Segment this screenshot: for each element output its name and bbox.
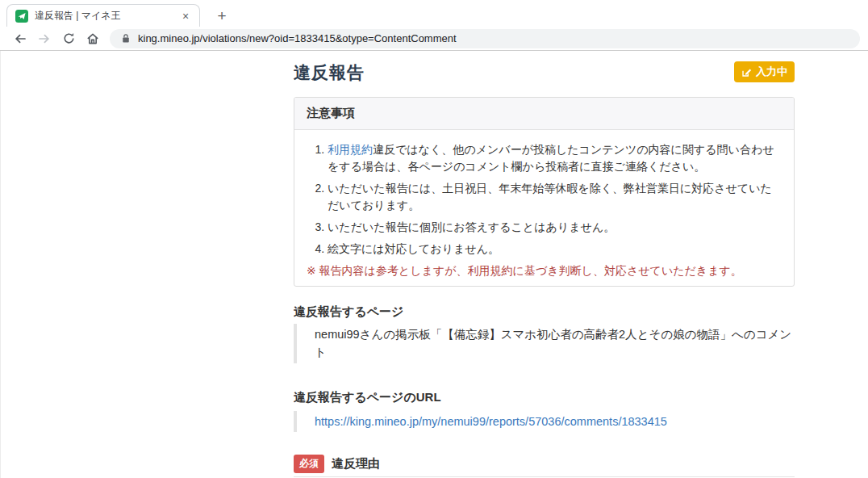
notice-panel: 注意事項 利用規約違反ではなく、他のメンバーが投稿したコンテンツの内容に関する問…: [294, 97, 795, 287]
report-url-value: https://king.mineo.jp/my/nemui99/reports…: [294, 411, 795, 432]
notice-item-4: 絵文字には対応しておりません。: [328, 241, 779, 258]
browser-tab[interactable]: 違反報告 | マイネ王 ×: [6, 4, 200, 27]
url-text: king.mineo.jp/violations/new?oid=1833415…: [138, 32, 457, 44]
notice-panel-body: 利用規約違反ではなく、他のメンバーが投稿したコンテンツの内容に関する問い合わせを…: [294, 130, 794, 287]
report-url-label: 違反報告するページのURL: [294, 390, 795, 405]
favicon-mineo-icon: [15, 10, 28, 23]
page-viewport: 違反報告 入力中 注意事項 利用規約違反ではなく、他のメンバーが投稿したコンテン…: [0, 51, 868, 478]
status-badge-label: 入力中: [756, 65, 787, 79]
status-badge: 入力中: [734, 61, 795, 82]
back-icon[interactable]: [8, 28, 32, 49]
notice-panel-title: 注意事項: [294, 98, 794, 130]
lock-icon[interactable]: [121, 33, 131, 44]
reason-section-header: 必須 違反理由: [294, 455, 795, 473]
reason-label: 違反理由: [332, 456, 380, 472]
page-header: 違反報告 入力中: [294, 61, 795, 84]
pencil-icon: [741, 67, 752, 78]
notice-item-1: 利用規約違反ではなく、他のメンバーが投稿したコンテンツの内容に関する問い合わせを…: [328, 141, 779, 175]
tab-strip: 違反報告 | マイネ王 × +: [0, 0, 868, 27]
notice-item-2: いただいた報告には、土日祝日、年末年始等休暇を除く、弊社営業日に対応させていただ…: [328, 180, 779, 214]
reason-box-top-border: [294, 476, 795, 477]
terms-link[interactable]: 利用規約: [328, 143, 373, 156]
forward-icon[interactable]: [32, 28, 56, 49]
tab-title: 違反報告 | マイネ王: [35, 9, 178, 23]
browser-toolbar: king.mineo.jp/violations/new?oid=1833415…: [0, 27, 868, 50]
report-page-label: 違反報告するページ: [294, 304, 795, 320]
home-icon[interactable]: [81, 28, 105, 49]
report-page-value: nemui99さんの掲示板「【備忘録】スマホ初心者の高齢者2人とその娘の物語」へ…: [294, 324, 795, 363]
report-url-link[interactable]: https://king.mineo.jp/my/nemui99/reports…: [315, 415, 667, 428]
url-bar[interactable]: king.mineo.jp/violations/new?oid=1833415…: [110, 29, 860, 48]
violation-report-form: 違反報告 入力中 注意事項 利用規約違反ではなく、他のメンバーが投稿したコンテン…: [294, 51, 795, 478]
notice-disclaimer: ※ 報告内容は参考としますが、利用規約に基づき判断し、対応させていただきます。: [307, 262, 779, 279]
notice-list: 利用規約違反ではなく、他のメンバーが投稿したコンテンツの内容に関する問い合わせを…: [307, 141, 779, 258]
page-title: 違反報告: [294, 61, 365, 84]
reload-icon[interactable]: [56, 28, 81, 49]
tab-close-icon[interactable]: ×: [178, 9, 193, 23]
required-badge: 必須: [294, 455, 324, 473]
notice-item-3: いただいた報告に個別にお答えすることはありません。: [328, 219, 779, 236]
new-tab-button[interactable]: +: [211, 6, 232, 27]
